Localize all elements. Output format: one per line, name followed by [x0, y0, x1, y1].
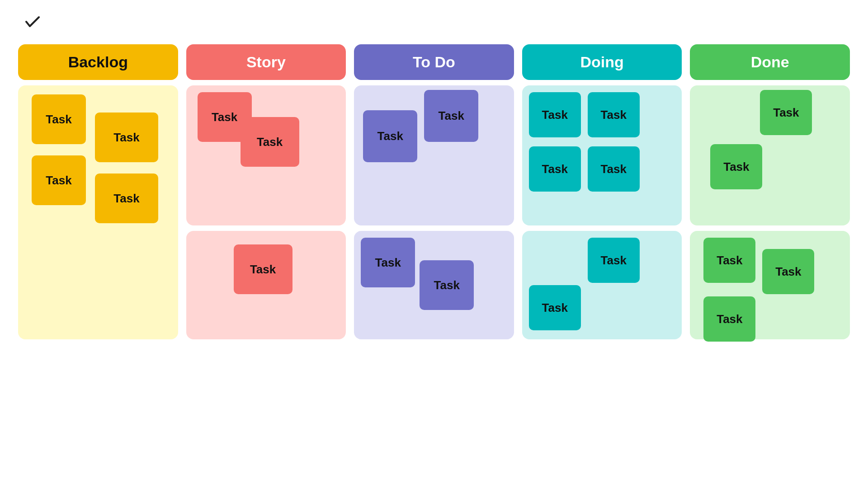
swimlane-doing-1: TaskTask [522, 231, 682, 339]
column-todo: To DoTaskTaskTaskTask [354, 44, 514, 339]
task-card-doing-0-1[interactable]: Task [588, 92, 640, 137]
task-card-todo-1-1[interactable]: Task [420, 260, 474, 310]
task-card-done-0-0[interactable]: Task [760, 90, 812, 135]
task-card-done-1-0[interactable]: Task [703, 238, 755, 283]
task-card-doing-0-2[interactable]: Task [529, 146, 581, 192]
col-header-backlog: Backlog [18, 44, 178, 80]
vibe-icon [25, 14, 41, 28]
task-card-backlog-0-0[interactable]: Task [32, 94, 86, 144]
column-backlog: BacklogTaskTaskTaskTask [18, 44, 178, 339]
swimlane-done-1: TaskTaskTask [690, 231, 850, 339]
task-card-backlog-0-2[interactable]: Task [32, 155, 86, 205]
task-card-backlog-0-3[interactable]: Task [95, 174, 158, 223]
task-card-story-1-0[interactable]: Task [234, 244, 292, 294]
task-card-doing-0-3[interactable]: Task [588, 146, 640, 192]
swimlane-story-0: TaskTask [186, 85, 346, 225]
task-card-doing-1-1[interactable]: Task [529, 285, 581, 330]
vibe-logo [25, 14, 42, 28]
task-card-doing-1-0[interactable]: Task [588, 238, 640, 283]
task-card-done-1-1[interactable]: Task [762, 249, 814, 294]
swimlane-done-0: TaskTask [690, 85, 850, 225]
swimlane-story-1: Task [186, 231, 346, 339]
col-header-done: Done [690, 44, 850, 80]
swimlane-doing-0: TaskTaskTaskTask [522, 85, 682, 225]
page-header [18, 14, 850, 28]
task-card-backlog-0-1[interactable]: Task [95, 113, 158, 162]
task-card-todo-1-0[interactable]: Task [361, 238, 415, 287]
swimlane-todo-0: TaskTask [354, 85, 514, 225]
task-card-todo-0-1[interactable]: Task [424, 90, 478, 142]
swimlane-todo-1: TaskTask [354, 231, 514, 339]
scrum-board: BacklogTaskTaskTaskTaskStoryTaskTaskTask… [18, 44, 850, 339]
task-card-todo-0-0[interactable]: Task [363, 110, 417, 162]
task-card-story-0-1[interactable]: Task [241, 117, 299, 167]
col-header-doing: Doing [522, 44, 682, 80]
task-card-doing-0-0[interactable]: Task [529, 92, 581, 137]
task-card-done-1-2[interactable]: Task [703, 296, 755, 342]
task-card-done-0-1[interactable]: Task [710, 144, 762, 189]
column-story: StoryTaskTaskTask [186, 44, 346, 339]
swimlane-backlog-0: TaskTaskTaskTask [18, 85, 178, 339]
column-doing: DoingTaskTaskTaskTaskTaskTask [522, 44, 682, 339]
col-header-story: Story [186, 44, 346, 80]
col-header-todo: To Do [354, 44, 514, 80]
column-done: DoneTaskTaskTaskTaskTask [690, 44, 850, 339]
